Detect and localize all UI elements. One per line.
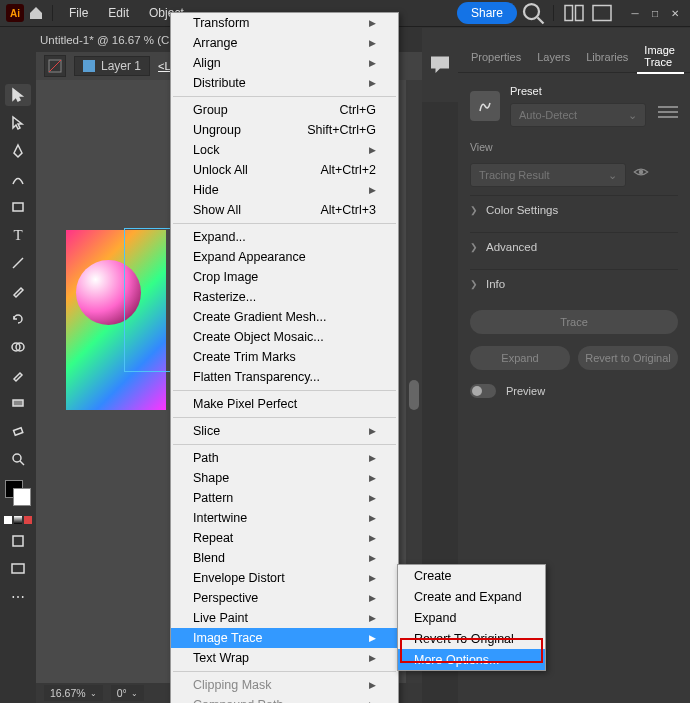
menu-item[interactable]: Repeat▶ bbox=[171, 528, 398, 548]
menu-file[interactable]: File bbox=[61, 2, 96, 24]
menu-item[interactable]: Create Gradient Mesh... bbox=[171, 307, 398, 327]
line-tool[interactable] bbox=[5, 252, 31, 274]
menu-item[interactable]: Transform▶ bbox=[171, 13, 398, 33]
view-label: View bbox=[470, 141, 678, 153]
layer-indicator[interactable]: Layer 1 bbox=[74, 56, 150, 76]
layer-name: Layer 1 bbox=[101, 59, 141, 73]
shape-builder-tool[interactable] bbox=[5, 336, 31, 358]
tab-layers[interactable]: Layers bbox=[530, 47, 577, 67]
menu-item[interactable]: Image Trace▶ bbox=[171, 628, 398, 648]
selection-tool[interactable] bbox=[5, 84, 31, 106]
submenu-item[interactable]: Revert To Original bbox=[398, 628, 545, 649]
rectangle-tool[interactable] bbox=[5, 196, 31, 218]
gradient-tool[interactable] bbox=[5, 392, 31, 414]
image-trace-icon bbox=[470, 91, 500, 121]
menu-item[interactable]: Create Object Mosaic... bbox=[171, 327, 398, 347]
menu-item[interactable]: Show AllAlt+Ctrl+3 bbox=[171, 200, 398, 220]
menu-item[interactable]: Text Wrap▶ bbox=[171, 648, 398, 668]
submenu-item[interactable]: Create and Expand bbox=[398, 586, 545, 607]
share-button[interactable]: Share bbox=[457, 2, 517, 24]
comments-icon[interactable] bbox=[428, 52, 452, 76]
section-color-settings[interactable]: ❯Color Settings bbox=[470, 195, 678, 224]
section-advanced[interactable]: ❯Advanced bbox=[470, 232, 678, 261]
minimize-button[interactable]: ─ bbox=[626, 6, 644, 20]
menu-item[interactable]: Lock▶ bbox=[171, 140, 398, 160]
section-info[interactable]: ❯Info bbox=[470, 269, 678, 298]
fill-stroke-swatch[interactable] bbox=[5, 480, 31, 506]
curvature-tool[interactable] bbox=[5, 168, 31, 190]
menu-item: Compound Path▶ bbox=[171, 695, 398, 703]
trace-button[interactable]: Trace bbox=[470, 310, 678, 334]
submenu-item[interactable]: Expand bbox=[398, 607, 545, 628]
edit-toolbar-icon[interactable]: ⋯ bbox=[5, 586, 31, 608]
svg-rect-15 bbox=[13, 536, 23, 546]
layer-color-swatch bbox=[83, 60, 95, 72]
menu-item[interactable]: UngroupShift+Ctrl+G bbox=[171, 120, 398, 140]
submenu-item[interactable]: Create bbox=[398, 565, 545, 586]
rotate-tool[interactable] bbox=[5, 308, 31, 330]
menu-item[interactable]: Path▶ bbox=[171, 448, 398, 468]
collab-strip bbox=[422, 28, 458, 102]
direct-selection-tool[interactable] bbox=[5, 112, 31, 134]
svg-point-0 bbox=[524, 4, 539, 19]
preview-label: Preview bbox=[506, 385, 545, 397]
rotate-dropdown[interactable]: 0°⌄ bbox=[111, 685, 144, 701]
preset-menu-icon[interactable] bbox=[658, 106, 678, 118]
search-icon[interactable] bbox=[521, 1, 545, 25]
menu-edit[interactable]: Edit bbox=[100, 2, 137, 24]
menu-item[interactable]: Distribute▶ bbox=[171, 73, 398, 93]
preview-toggle[interactable] bbox=[470, 384, 496, 398]
expand-button[interactable]: Expand bbox=[470, 346, 570, 370]
menu-item[interactable]: GroupCtrl+G bbox=[171, 100, 398, 120]
svg-rect-11 bbox=[13, 400, 23, 406]
close-button[interactable]: ✕ bbox=[666, 6, 684, 20]
placed-image[interactable] bbox=[66, 230, 166, 410]
menu-item[interactable]: Perspective▶ bbox=[171, 588, 398, 608]
menu-item[interactable]: Align▶ bbox=[171, 53, 398, 73]
tab-properties[interactable]: Properties bbox=[464, 47, 528, 67]
tab-libraries[interactable]: Libraries bbox=[579, 47, 635, 67]
paintbrush-tool[interactable] bbox=[5, 280, 31, 302]
type-tool[interactable]: T bbox=[5, 224, 31, 246]
menu-item[interactable]: Flatten Transparency... bbox=[171, 367, 398, 387]
menu-item[interactable]: Blend▶ bbox=[171, 548, 398, 568]
revert-button[interactable]: Revert to Original bbox=[578, 346, 678, 370]
eraser-tool[interactable] bbox=[5, 420, 31, 442]
screen-mode-icon[interactable] bbox=[5, 558, 31, 580]
menu-item[interactable]: Expand... bbox=[171, 227, 398, 247]
zoom-tool[interactable] bbox=[5, 448, 31, 470]
menu-item: Clipping Mask▶ bbox=[171, 675, 398, 695]
preset-dropdown[interactable]: Auto-Detect⌄ bbox=[510, 103, 646, 127]
menu-item[interactable]: Arrange▶ bbox=[171, 33, 398, 53]
menu-item[interactable]: Crop Image bbox=[171, 267, 398, 287]
view-dropdown[interactable]: Tracing Result⌄ bbox=[470, 163, 626, 187]
arrange-docs-icon[interactable] bbox=[562, 1, 586, 25]
zoom-dropdown[interactable]: 16.67%⌄ bbox=[44, 685, 103, 701]
document-tab[interactable]: Untitled-1* @ 16.67 % (CMY bbox=[40, 34, 187, 46]
menu-item[interactable]: Slice▶ bbox=[171, 421, 398, 441]
menu-item[interactable]: Create Trim Marks bbox=[171, 347, 398, 367]
menu-item[interactable]: Hide▶ bbox=[171, 180, 398, 200]
menu-item[interactable]: Envelope Distort▶ bbox=[171, 568, 398, 588]
menu-item[interactable]: Intertwine▶ bbox=[171, 508, 398, 528]
view-eye-icon[interactable] bbox=[632, 163, 650, 181]
menu-item[interactable]: Pattern▶ bbox=[171, 488, 398, 508]
svg-rect-7 bbox=[13, 203, 23, 211]
no-selection-icon[interactable] bbox=[44, 55, 66, 77]
menu-item[interactable]: Rasterize... bbox=[171, 287, 398, 307]
color-mode-swatches[interactable] bbox=[4, 516, 32, 524]
menu-item[interactable]: Expand Appearance bbox=[171, 247, 398, 267]
eyedropper-tool[interactable] bbox=[5, 364, 31, 386]
menu-item[interactable]: Make Pixel Perfect bbox=[171, 394, 398, 414]
pen-tool[interactable] bbox=[5, 140, 31, 162]
tab-image-trace[interactable]: Image Trace bbox=[637, 40, 684, 74]
maximize-button[interactable]: □ bbox=[646, 6, 664, 20]
draw-mode-icon[interactable] bbox=[5, 530, 31, 552]
menu-item[interactable]: Shape▶ bbox=[171, 468, 398, 488]
workspace-icon[interactable] bbox=[590, 1, 614, 25]
svg-rect-3 bbox=[576, 6, 584, 21]
home-icon[interactable] bbox=[28, 5, 44, 21]
submenu-item[interactable]: More Options... bbox=[398, 649, 545, 670]
menu-item[interactable]: Unlock AllAlt+Ctrl+2 bbox=[171, 160, 398, 180]
menu-item[interactable]: Live Paint▶ bbox=[171, 608, 398, 628]
